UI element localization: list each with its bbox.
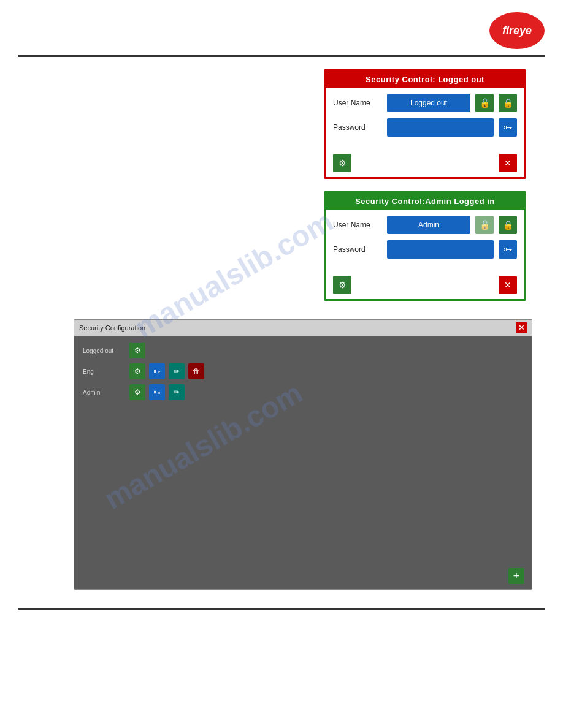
- panel1-username-label: User Name: [333, 99, 382, 107]
- panel1-lock-closed-btn[interactable]: 🔒: [499, 94, 517, 112]
- eng-key-btn[interactable]: 🗝: [149, 363, 165, 379]
- loggedout-gear-btn[interactable]: ⚙: [129, 343, 145, 358]
- config-close-btn[interactable]: ✕: [516, 322, 527, 333]
- config-row-admin: Admin ⚙ 🗝 ✏: [83, 384, 523, 400]
- eng-pencil-btn[interactable]: ✏: [169, 363, 185, 379]
- panel1-footer: ⚙ ✕: [326, 149, 524, 177]
- config-window: Security Configuration ✕ Logged out ⚙ En…: [74, 319, 532, 590]
- panel2-key-btn[interactable]: 🗝: [499, 240, 517, 259]
- panel2-password-field[interactable]: [387, 240, 494, 259]
- config-label-eng: Eng: [83, 368, 126, 375]
- eng-gear-btn[interactable]: ⚙: [129, 363, 145, 379]
- panel1-username-row: User Name Logged out 🔓 🔒: [333, 94, 517, 112]
- config-label-admin: Admin: [83, 389, 126, 396]
- panel1-gear-btn[interactable]: ⚙: [333, 154, 351, 172]
- security-panel-loggedout: Security Control: Logged out User Name L…: [324, 69, 526, 179]
- config-titlebar: Security Configuration ✕: [74, 320, 532, 336]
- page-top: fireye: [0, 0, 563, 55]
- top-divider: [18, 55, 545, 57]
- panel1-key-btn[interactable]: 🗝: [499, 118, 517, 137]
- panel1-body: User Name Logged out 🔓 🔒 Password 🗝: [326, 88, 524, 149]
- panel2-username-field[interactable]: Admin: [387, 216, 470, 234]
- panel2-username-label: User Name: [333, 221, 382, 229]
- logo-text: fireye: [502, 25, 532, 37]
- admin-key-btn[interactable]: 🗝: [149, 384, 165, 400]
- panel1-close-btn[interactable]: ✕: [499, 154, 517, 172]
- panels-area: Security Control: Logged out User Name L…: [0, 69, 563, 301]
- panel1-password-row: Password 🗝: [333, 118, 517, 137]
- panel2-username-row: User Name Admin 🔓 🔒: [333, 216, 517, 234]
- panel1-lock-open-btn[interactable]: 🔓: [475, 94, 494, 112]
- config-row-loggedout: Logged out ⚙: [83, 343, 523, 358]
- panel2-password-label: Password: [333, 245, 382, 254]
- panel2-lock-open-btn[interactable]: 🔓: [475, 216, 494, 234]
- config-row-eng: Eng ⚙ 🗝 ✏ 🗑: [83, 363, 523, 379]
- panel2-lock-closed-btn[interactable]: 🔒: [499, 216, 517, 234]
- config-label-loggedout: Logged out: [83, 347, 126, 354]
- panel2-gear-btn[interactable]: ⚙: [333, 276, 351, 294]
- admin-gear-btn[interactable]: ⚙: [129, 384, 145, 400]
- fireye-logo: fireye: [489, 12, 545, 49]
- panel2-password-row: Password 🗝: [333, 240, 517, 259]
- eng-trash-btn[interactable]: 🗑: [188, 363, 204, 379]
- panel2-footer: ⚙ ✕: [326, 271, 524, 299]
- panel2-close-btn[interactable]: ✕: [499, 276, 517, 294]
- security-panel-admin: Security Control:Admin Logged in User Na…: [324, 191, 526, 301]
- panel1-password-label: Password: [333, 123, 382, 132]
- panel1-password-field[interactable]: [387, 118, 494, 137]
- config-title: Security Configuration: [79, 324, 145, 332]
- config-footer: +: [74, 563, 532, 589]
- panel2-header: Security Control:Admin Logged in: [326, 193, 524, 210]
- config-body: Logged out ⚙ Eng ⚙ 🗝 ✏ 🗑 Admin ⚙ 🗝 ✏: [74, 336, 532, 563]
- panel2-body: User Name Admin 🔓 🔒 Password 🗝: [326, 210, 524, 271]
- admin-pencil-btn[interactable]: ✏: [169, 384, 185, 400]
- panel1-header: Security Control: Logged out: [326, 71, 524, 88]
- add-user-btn[interactable]: +: [508, 568, 524, 584]
- panel1-username-field[interactable]: Logged out: [387, 94, 470, 112]
- bottom-divider: [18, 608, 545, 610]
